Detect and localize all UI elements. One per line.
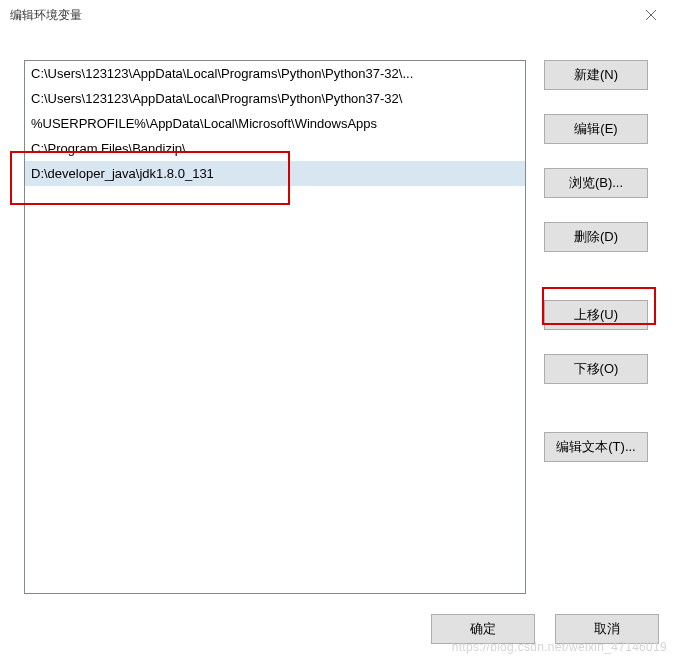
close-icon (646, 10, 656, 20)
dialog-footer: 确定 取消 (431, 614, 659, 644)
browse-button[interactable]: 浏览(B)... (544, 168, 648, 198)
button-column: 新建(N) 编辑(E) 浏览(B)... 删除(D) 上移(U) 下移(O) 编… (544, 60, 648, 594)
move-up-button[interactable]: 上移(U) (544, 300, 648, 330)
move-down-button[interactable]: 下移(O) (544, 354, 648, 384)
close-button[interactable] (628, 0, 673, 30)
ok-button[interactable]: 确定 (431, 614, 535, 644)
delete-button[interactable]: 删除(D) (544, 222, 648, 252)
dialog-content: C:\Users\123123\AppData\Local\Programs\P… (0, 30, 673, 606)
list-item[interactable]: D:\developer_java\jdk1.8.0_131 (25, 161, 525, 186)
list-item[interactable]: %USERPROFILE%\AppData\Local\Microsoft\Wi… (25, 111, 525, 136)
path-listbox[interactable]: C:\Users\123123\AppData\Local\Programs\P… (24, 60, 526, 594)
titlebar: 编辑环境变量 (0, 0, 673, 30)
cancel-button[interactable]: 取消 (555, 614, 659, 644)
list-item[interactable]: C:\Users\123123\AppData\Local\Programs\P… (25, 86, 525, 111)
edit-button[interactable]: 编辑(E) (544, 114, 648, 144)
list-item[interactable]: C:\Users\123123\AppData\Local\Programs\P… (25, 61, 525, 86)
new-button[interactable]: 新建(N) (544, 60, 648, 90)
edit-text-button[interactable]: 编辑文本(T)... (544, 432, 648, 462)
list-item[interactable]: C:\Program Files\Bandizip\ (25, 136, 525, 161)
window-title: 编辑环境变量 (10, 7, 82, 24)
